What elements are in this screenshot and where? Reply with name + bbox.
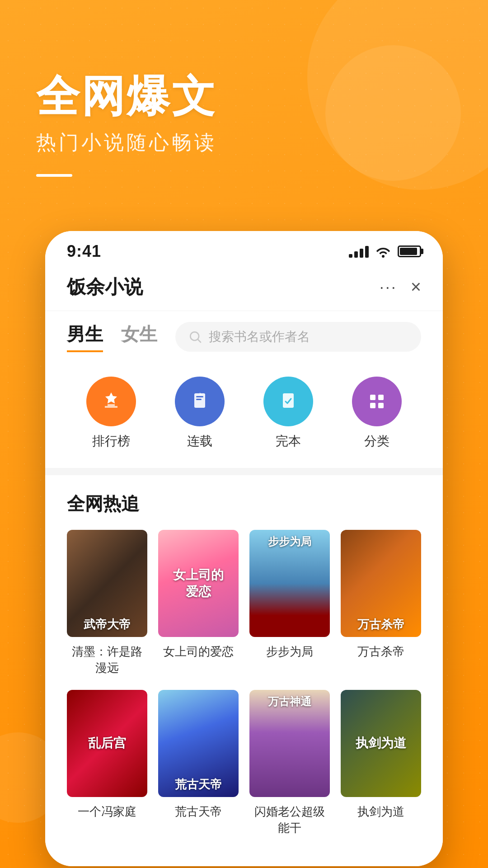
book-item-5[interactable]: 乱后宫 一个冯家庭: [67, 690, 147, 836]
book-title-5: 一个冯家庭: [67, 803, 147, 820]
app-header: 饭余小说 ··· ×: [45, 265, 443, 311]
book-title-7: 闪婚老公超级能干: [249, 803, 330, 836]
category-serial[interactable]: 连载: [175, 377, 225, 450]
section-divider: [45, 468, 443, 475]
book-cover-3: 步步为局: [249, 530, 330, 637]
hero-section: 全网爆文 热门小说随心畅读: [0, 0, 488, 204]
book-cover-6: 荒古天帝: [158, 690, 239, 797]
status-icons: [349, 245, 421, 258]
signal-bar-2: [354, 251, 358, 258]
serial-icon: [187, 389, 212, 414]
hot-section: 全网热追 武帝大帝 清墨：许是路漫远 女上司的爱恋 女上司的爱恋 步步为局 步步…: [45, 475, 443, 866]
book-item-4[interactable]: 万古杀帝 万古杀帝: [341, 530, 421, 676]
ranking-icon: [99, 389, 124, 414]
ranking-label: 排行榜: [92, 433, 130, 450]
book-item-7[interactable]: 万古神通 闪婚老公超级能干: [249, 690, 330, 836]
book-title-2: 女上司的爱恋: [158, 643, 239, 660]
classify-label: 分类: [364, 433, 389, 450]
battery-fill: [400, 248, 417, 255]
category-row: 排行榜 连载 完本: [45, 363, 443, 468]
book-title-4: 万古杀帝: [341, 643, 421, 660]
book-cover-2: 女上司的爱恋: [158, 530, 239, 637]
category-classify[interactable]: 分类: [352, 377, 402, 450]
svg-rect-8: [378, 403, 384, 408]
hero-subtitle: 热门小说随心畅读: [36, 129, 452, 156]
category-complete[interactable]: 完本: [263, 377, 313, 450]
svg-rect-6: [378, 395, 384, 400]
more-options-icon[interactable]: ···: [380, 278, 397, 297]
status-bar: 9:41: [45, 231, 443, 265]
classify-icon: [364, 389, 389, 414]
complete-label: 完本: [276, 433, 301, 450]
book-item-6[interactable]: 荒古天帝 荒古天帝: [158, 690, 239, 836]
book-title-3: 步步为局: [249, 643, 330, 660]
signal-bar-1: [349, 254, 352, 258]
book-title-1: 清墨：许是路漫远: [67, 643, 147, 676]
svg-rect-4: [283, 393, 294, 408]
svg-rect-1: [194, 393, 205, 408]
wifi-icon: [375, 245, 391, 258]
phone-mockup: 9:41 饭余小说 ··· × 男生 女生: [45, 231, 443, 866]
book-item-1[interactable]: 武帝大帝 清墨：许是路漫远: [67, 530, 147, 676]
classify-icon-circle: [352, 377, 402, 426]
app-title: 饭余小说: [67, 274, 143, 300]
book-cover-1: 武帝大帝: [67, 530, 147, 637]
book-cover-4: 万古杀帝: [341, 530, 421, 637]
complete-icon-circle: [263, 377, 313, 426]
book-cover-8: 执剑为道: [341, 690, 421, 797]
signal-bar-3: [360, 249, 363, 258]
book-cover-text-5: 乱后宫: [67, 735, 147, 751]
book-cover-text-8: 执剑为道: [341, 735, 421, 751]
book-title-6: 荒古天帝: [158, 803, 239, 820]
book-cover-7: 万古神通: [249, 690, 330, 797]
status-time: 9:41: [67, 242, 101, 261]
signal-bars-icon: [349, 245, 369, 258]
tab-female[interactable]: 女生: [121, 322, 157, 352]
hot-section-title: 全网热追: [67, 491, 421, 516]
book-item-8[interactable]: 执剑为道 执剑为道: [341, 690, 421, 836]
svg-rect-5: [370, 395, 375, 400]
svg-rect-7: [370, 403, 375, 408]
book-cover-text-2: 女上司的爱恋: [158, 567, 239, 600]
book-item-3[interactable]: 步步为局 步步为局: [249, 530, 330, 676]
ranking-icon-circle: [86, 377, 136, 426]
search-box[interactable]: 搜索书名或作者名: [175, 322, 421, 352]
book-item-2[interactable]: 女上司的爱恋 女上司的爱恋: [158, 530, 239, 676]
book-grid-row2: 乱后宫 一个冯家庭 荒古天帝 荒古天帝 万古神通 闪婚老公超级能干 执剑为道: [67, 690, 421, 836]
tab-male[interactable]: 男生: [67, 322, 103, 352]
book-cover-text-1: 武帝大帝: [67, 617, 147, 632]
category-ranking[interactable]: 排行榜: [86, 377, 136, 450]
hero-divider: [36, 174, 72, 177]
app-header-icons: ··· ×: [380, 277, 421, 297]
battery-icon: [398, 245, 421, 257]
serial-label: 连载: [187, 433, 212, 450]
signal-bar-4: [365, 246, 369, 258]
book-cover-text-3: 步步为局: [249, 534, 330, 548]
svg-rect-3: [196, 399, 202, 400]
search-icon: [188, 330, 202, 344]
close-icon[interactable]: ×: [411, 277, 421, 297]
book-title-8: 执剑为道: [341, 803, 421, 820]
book-grid-row1: 武帝大帝 清墨：许是路漫远 女上司的爱恋 女上司的爱恋 步步为局 步步为局 万古…: [67, 530, 421, 676]
hero-title: 全网爆文: [36, 72, 452, 120]
serial-icon-circle: [175, 377, 225, 426]
svg-rect-2: [196, 396, 203, 397]
book-cover-5: 乱后宫: [67, 690, 147, 797]
book-cover-text-7: 万古神通: [249, 694, 330, 708]
complete-icon: [276, 389, 301, 414]
book-cover-text-6: 荒古天帝: [158, 777, 239, 793]
book-cover-text-4: 万古杀帝: [341, 617, 421, 632]
search-placeholder: 搜索书名或作者名: [209, 328, 310, 345]
tab-search-row: 男生 女生 搜索书名或作者名: [45, 311, 443, 363]
